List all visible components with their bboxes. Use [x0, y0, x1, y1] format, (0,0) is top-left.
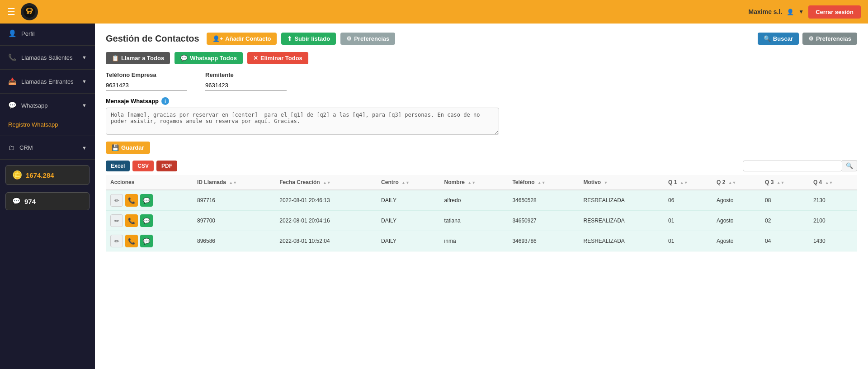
eliminar-todos-button[interactable]: ✕ Eliminar Todos — [247, 52, 308, 64]
sidebar-item-whatsapp[interactable]: 💬 Whatsapp ▼ — [0, 95, 95, 115]
export-csv-button[interactable]: CSV — [132, 161, 154, 171]
export-pdf-button[interactable]: PDF — [156, 161, 177, 171]
remitente-label: Remitente — [205, 71, 287, 78]
whatsapp-icon: 💬 — [180, 55, 188, 62]
col-q3[interactable]: Q 3 ▲▼ — [760, 175, 809, 190]
sidebar-item-llamadas-entrantes[interactable]: 📥 Llamadas Entrantes ▼ — [0, 71, 95, 91]
mensaje-section: Mensaje Whatsapp i Hola [name], gracias … — [106, 97, 857, 136]
table-cell-id-llamada: 896586 — [193, 231, 275, 251]
buscar-button[interactable]: 🔍 Buscar — [758, 33, 799, 45]
table-cell-q1: 01 — [664, 231, 712, 251]
table-cell-telefono: 34693786 — [508, 231, 579, 251]
whatsapp-button[interactable]: 💬 — [140, 214, 153, 227]
user-name: Maxime s.l. — [749, 8, 783, 15]
balance-display: 🪙 1674.284 — [5, 165, 90, 185]
topnav-right: Maxime s.l. 👤 ▼ Cerrar sesión — [749, 5, 861, 19]
table-cell-q1: 06 — [664, 190, 712, 211]
table-cell-nombre: tatiana — [440, 211, 508, 231]
contacts-table: Acciones ID Llamada ▲▼ Fecha Creación ▲▼… — [106, 175, 857, 251]
divider — [0, 45, 95, 46]
sidebar-item-perfil[interactable]: 👤 Perfil — [0, 24, 95, 43]
whatsapp-button[interactable]: 💬 — [140, 194, 153, 207]
table-search-input[interactable] — [743, 161, 842, 171]
whatsapp-button[interactable]: 💬 — [140, 235, 153, 247]
guardar-row: 💾 Guardar — [106, 142, 857, 154]
col-q1[interactable]: Q 1 ▲▼ — [664, 175, 712, 190]
edit-button[interactable]: ✏ — [110, 194, 123, 207]
edit-button[interactable]: ✏ — [110, 214, 123, 227]
col-fecha-creacion[interactable]: Fecha Creación ▲▼ — [275, 175, 377, 190]
logo: av — [21, 3, 38, 20]
edit-button[interactable]: ✏ — [110, 235, 123, 247]
export-excel-button[interactable]: Excel — [106, 161, 130, 171]
table-cell-q3: 04 — [760, 231, 809, 251]
remitente-group: Remitente — [205, 71, 287, 91]
chevron-down-icon: ▼ — [82, 103, 87, 108]
mensaje-textarea[interactable]: Hola [name], gracias por reservar en [ce… — [106, 108, 499, 135]
user-icon: 👤 — [8, 29, 17, 38]
upload-icon: ⬆ — [287, 35, 292, 42]
sidebar-item-llamadas-salientes[interactable]: 📞 Llamadas Salientes ▼ — [0, 47, 95, 67]
call-button[interactable]: 📞 — [125, 235, 138, 247]
table-cell-fecha-creacion: 2022-08-01 20:04:16 — [275, 211, 377, 231]
col-q2[interactable]: Q 2 ▲▼ — [712, 175, 760, 190]
call-button[interactable]: 📞 — [125, 214, 138, 227]
page-title: Gestión de Contactos — [106, 33, 199, 44]
upload-list-button[interactable]: ⬆ Subir listado — [281, 33, 336, 45]
hamburger-icon[interactable]: ☰ — [7, 6, 15, 17]
col-nombre[interactable]: Nombre ▲▼ — [440, 175, 508, 190]
col-motivo[interactable]: Motivo ▼ — [579, 175, 664, 190]
whatsapp-todos-button[interactable]: 💬 Whatsapp Todos — [175, 52, 243, 64]
guardar-button[interactable]: 💾 Guardar — [106, 142, 150, 154]
col-centro[interactable]: Centro ▲▼ — [377, 175, 440, 190]
layout: 👤 Perfil 📞 Llamadas Salientes ▼ 📥 Llamad… — [0, 24, 868, 369]
llamar-todos-button[interactable]: 📋 Llamar a Todos — [106, 52, 170, 64]
table-search: 🔍 — [743, 160, 857, 171]
table-cell-motivo: RESREALIZADA — [579, 190, 664, 211]
delete-icon: ✕ — [253, 55, 258, 62]
whatsapp-count-icon: 💬 — [12, 197, 21, 205]
cerrar-sesion-button[interactable]: Cerrar sesión — [808, 5, 861, 19]
remitente-input[interactable] — [205, 80, 287, 91]
gear-icon: ⚙ — [346, 35, 352, 42]
table-cell-q4: 1430 — [809, 231, 857, 251]
preferences-top-button[interactable]: ⚙ Preferencias — [340, 33, 395, 45]
table-cell-centro: DAILY — [377, 231, 440, 251]
col-telefono[interactable]: Teléfono ▲▼ — [508, 175, 579, 190]
mensaje-label: Mensaje Whatsapp i — [106, 97, 857, 105]
sidebar-label-llamadas-entrantes: Llamadas Entrantes — [21, 78, 74, 85]
telefono-empresa-input[interactable] — [106, 80, 187, 91]
chevron-down-icon: ▼ — [82, 145, 87, 151]
table-body: ✏ 📞 💬 897716 2022-08-01 20:46:13 DAILY a… — [106, 190, 857, 251]
topnav-left: ☰ av — [7, 3, 38, 20]
top-right-buttons: 🔍 Buscar ⚙ Preferencias — [758, 33, 857, 45]
col-id-llamada[interactable]: ID Llamada ▲▼ — [193, 175, 275, 190]
divider — [0, 136, 95, 136]
user-icon: 👤 — [787, 9, 794, 15]
table-cell-id-llamada: 897716 — [193, 190, 275, 211]
table-cell-q3: 02 — [760, 211, 809, 231]
call-button[interactable]: 📞 — [125, 194, 138, 207]
whatsapp-count-value: 974 — [24, 198, 36, 205]
sidebar: 👤 Perfil 📞 Llamadas Salientes ▼ 📥 Llamad… — [0, 24, 95, 369]
preferences-right-button[interactable]: ⚙ Preferencias — [802, 33, 857, 45]
divider — [0, 69, 95, 70]
user-dropdown-arrow[interactable]: ▼ — [798, 9, 804, 15]
whatsapp-count-display: 💬 974 — [5, 192, 90, 210]
divider — [0, 93, 95, 94]
add-contact-button[interactable]: 👤+ Añadir Contacto — [207, 33, 277, 45]
chevron-down-icon: ▼ — [82, 79, 87, 84]
table-cell-acciones: ✏ 📞 💬 — [106, 190, 193, 211]
table-search-icon[interactable]: 🔍 — [842, 160, 857, 171]
table-cell-q2: Agosto — [712, 190, 760, 211]
phone-icon: 📋 — [112, 55, 119, 62]
sidebar-item-registro-whatsapp[interactable]: Registro Whatsapp — [0, 115, 95, 134]
whatsapp-icon: 💬 — [8, 101, 17, 109]
topnav: ☰ av Maxime s.l. 👤 ▼ Cerrar sesión — [0, 0, 868, 24]
action-row: 📋 Llamar a Todos 💬 Whatsapp Todos ✕ Elim… — [106, 52, 857, 64]
sidebar-item-crm[interactable]: 🗂 CRM ▼ — [0, 138, 95, 157]
sidebar-label-perfil: Perfil — [21, 30, 35, 37]
telefono-empresa-group: Teléfono Empresa — [106, 71, 187, 91]
col-q4[interactable]: Q 4 ▲▼ — [809, 175, 857, 190]
table-cell-acciones: ✏ 📞 💬 — [106, 211, 193, 231]
